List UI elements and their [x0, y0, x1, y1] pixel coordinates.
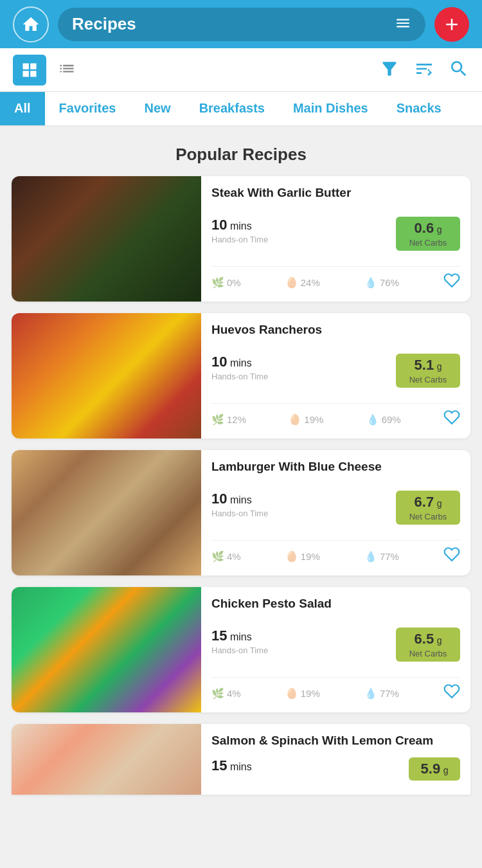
macro-fat: 💧 77%	[364, 687, 399, 700]
title-area: Recipes	[58, 8, 425, 41]
macro-fat: 💧 69%	[366, 413, 401, 426]
recipe-name: Huevos Rancheros	[211, 322, 460, 338]
recipe-image	[12, 450, 201, 575]
macro-carbs: 🌿 12%	[211, 413, 246, 426]
add-recipe-button[interactable]	[434, 7, 469, 42]
recipe-info: Lamburger With Blue Cheese 10 mins Hands…	[201, 450, 470, 575]
recipes-list: Steak With Garlic Butter 10 mins Hands-o…	[0, 176, 482, 806]
recipe-card: Huevos Rancheros 10 mins Hands-on Time 5…	[12, 313, 470, 439]
recipe-image	[12, 313, 201, 439]
view-toggles	[13, 55, 84, 86]
recipe-name: Chicken Pesto Salad	[211, 596, 460, 611]
recipe-card: Salmon & Spinach With Lemon Cream 15 min…	[12, 724, 470, 795]
tab-breakfasts[interactable]: Breakfasts	[185, 92, 279, 127]
app-header: Recipes	[0, 0, 482, 48]
carbs-stat: 5.9 g	[409, 757, 460, 781]
recipe-stats: 15 mins Hands-on Time 6.5 g Net Carbs	[211, 628, 460, 662]
home-button[interactable]	[13, 6, 49, 42]
search-icon	[449, 59, 469, 79]
menu-icon	[395, 15, 411, 32]
view-toolbar	[0, 48, 482, 92]
recipe-stats: 10 mins Hands-on Time 0.6 g Net Carbs	[211, 217, 460, 251]
recipe-stats: 10 mins Hands-on Time 6.7 g Net Carbs	[211, 491, 460, 525]
sort-button[interactable]	[414, 59, 434, 82]
category-tabs: All Favorites New Breakfasts Main Dishes…	[0, 92, 482, 127]
list-icon	[58, 61, 76, 79]
menu-button[interactable]	[395, 15, 411, 34]
macro-protein: 🥚 19%	[285, 687, 320, 700]
recipe-info: Steak With Garlic Butter 10 mins Hands-o…	[201, 176, 470, 302]
time-stat: 10 mins Hands-on Time	[211, 491, 389, 518]
macro-protein: 🥚 19%	[289, 413, 323, 426]
favorite-button[interactable]	[443, 272, 460, 293]
sort-icon	[414, 59, 434, 79]
time-stat: 10 mins Hands-on Time	[211, 354, 389, 381]
recipe-image	[12, 587, 201, 712]
recipe-macros: 🌿 4% 🥚 19% 💧 77%	[211, 540, 460, 566]
macro-carbs: 🌿 4%	[211, 550, 241, 563]
section-title: Popular Recipes	[0, 127, 482, 176]
filter-button[interactable]	[379, 59, 400, 82]
carbs-stat: 0.6 g Net Carbs	[396, 217, 460, 251]
time-stat: 15 mins	[211, 757, 402, 774]
carbs-stat: 5.1 g Net Carbs	[396, 354, 460, 388]
recipe-info: Chicken Pesto Salad 15 mins Hands-on Tim…	[201, 587, 470, 712]
favorite-button[interactable]	[443, 683, 460, 703]
grid-view-button[interactable]	[13, 55, 46, 86]
time-stat: 15 mins Hands-on Time	[211, 628, 389, 655]
macro-carbs: 🌿 0%	[211, 276, 241, 289]
recipe-name: Steak With Garlic Butter	[211, 185, 460, 201]
grid-icon	[21, 61, 39, 79]
recipe-macros: 🌿 0% 🥚 24% 💧 76%	[211, 266, 460, 293]
carbs-stat: 6.7 g Net Carbs	[396, 491, 460, 525]
recipe-name: Lamburger With Blue Cheese	[211, 459, 460, 475]
recipe-image	[12, 724, 201, 795]
recipe-macros: 🌿 4% 🥚 19% 💧 77%	[211, 677, 460, 703]
recipe-info: Huevos Rancheros 10 mins Hands-on Time 5…	[201, 313, 470, 439]
macro-fat: 💧 76%	[364, 276, 399, 289]
app-title: Recipes	[72, 14, 136, 34]
time-stat: 10 mins Hands-on Time	[211, 217, 389, 244]
macro-fat: 💧 77%	[364, 550, 399, 563]
list-view-button[interactable]	[50, 55, 84, 86]
recipe-stats: 10 mins Hands-on Time 5.1 g Net Carbs	[211, 354, 460, 388]
recipe-stats: 15 mins 5.9 g	[211, 757, 460, 781]
macro-protein: 🥚 19%	[285, 550, 320, 563]
tab-new[interactable]: New	[130, 92, 185, 127]
macro-carbs: 🌿 4%	[211, 687, 241, 700]
recipe-name: Salmon & Spinach With Lemon Cream	[211, 733, 460, 748]
recipe-macros: 🌿 12% 🥚 19% 💧 69%	[211, 403, 460, 429]
search-button[interactable]	[449, 59, 469, 82]
recipe-image	[12, 176, 201, 302]
toolbar-actions	[379, 59, 469, 82]
favorite-button[interactable]	[443, 546, 460, 566]
recipe-card: Steak With Garlic Butter 10 mins Hands-o…	[12, 176, 470, 302]
tab-main-dishes[interactable]: Main Dishes	[279, 92, 382, 127]
carbs-stat: 6.5 g Net Carbs	[396, 628, 460, 662]
macro-protein: 🥚 24%	[285, 276, 320, 289]
tab-snacks[interactable]: Snacks	[382, 92, 456, 127]
recipe-info: Salmon & Spinach With Lemon Cream 15 min…	[201, 724, 470, 795]
tab-favorites[interactable]: Favorites	[45, 92, 130, 127]
tab-all[interactable]: All	[0, 92, 45, 127]
favorite-button[interactable]	[443, 409, 460, 429]
filter-icon	[379, 59, 400, 79]
home-icon	[21, 15, 40, 34]
plus-icon	[442, 15, 461, 34]
recipe-card: Chicken Pesto Salad 15 mins Hands-on Tim…	[12, 587, 470, 712]
recipe-card: Lamburger With Blue Cheese 10 mins Hands…	[12, 450, 470, 575]
